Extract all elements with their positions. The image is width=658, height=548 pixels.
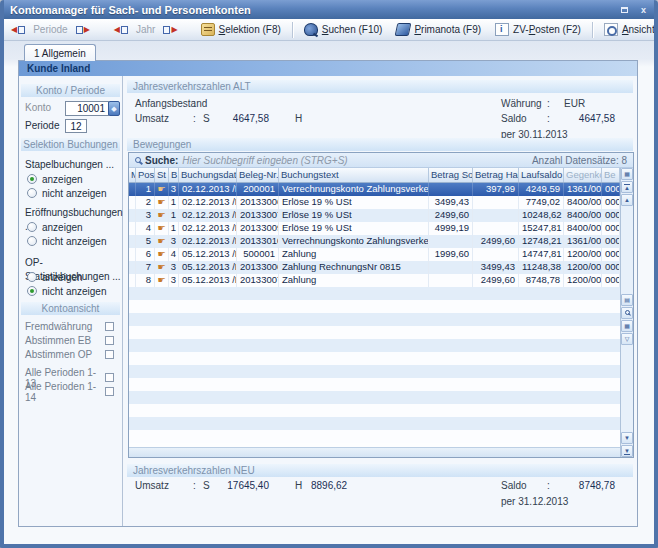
colon: :	[193, 98, 196, 109]
colon: :	[193, 113, 196, 124]
toolbar-button-ansicht[interactable]: Ansicht	[598, 20, 658, 39]
filter-icon[interactable]: ▽	[621, 333, 633, 345]
column-header-buchungsdatum[interactable]: Buchungsdatum	[179, 168, 237, 182]
empty-row	[129, 339, 620, 352]
toolbar-button-selektion[interactable]: Selektion (F8)	[195, 20, 287, 39]
toolbar-separator	[592, 22, 593, 38]
scroll-down-button[interactable]: ▼	[621, 432, 633, 444]
cell-laufsaldo: 11248,38	[519, 261, 564, 274]
table-row[interactable]: 5☛302.12.2013 /Mo20133010Verrechnungskon…	[129, 235, 620, 248]
cell-pos: 6	[136, 248, 155, 261]
cell-buchungsdatum: 02.12.2013 /Mo	[179, 235, 237, 248]
group-label: Eröffnungsbuchungen ...	[19, 206, 122, 220]
radio-nicht-anzeigen[interactable]: nicht anzeigen	[19, 234, 122, 248]
table-row[interactable]: 3☛102.12.2013 /Mo20133007Erlöse 19 % USt…	[129, 209, 620, 222]
konto-input[interactable]: 10001	[65, 101, 109, 116]
cell-buchungstext: Verrechnungskonto Zahlungsverkehr	[279, 235, 429, 248]
search-input[interactable]: Hier Suchbegriff eingeben (STRG+S)	[182, 155, 528, 166]
app-window: Kontomanager für Sach- und Personenkonte…	[0, 0, 658, 548]
zv-posten-icon	[495, 23, 509, 36]
colon: :	[193, 480, 196, 491]
maximize-icon[interactable]	[618, 4, 631, 16]
jahr-prev-button[interactable]: ◀	[111, 24, 131, 36]
cell-buchungstext: Zahlung	[279, 248, 429, 261]
radio-nicht-anzeigen[interactable]: nicht anzeigen	[19, 186, 122, 200]
cell-laufsaldo: 8748,78	[519, 274, 564, 287]
column-header-st[interactable]: St	[155, 168, 169, 182]
table-row[interactable]: 8☛305.12.2013 /Do20133007Zahlung2499,608…	[129, 274, 620, 287]
umsatz-soll-value: 17645,40	[211, 480, 269, 491]
table-row[interactable]: 6☛405.12.2013 /Do500001Zahlung1999,60147…	[129, 248, 620, 261]
empty-row	[129, 417, 620, 430]
checkbox-alle-perioden-1-14[interactable]: Alle Perioden 1-14	[19, 385, 122, 398]
checkbox-fremdwaehrung[interactable]: Fremdwährung	[19, 320, 122, 333]
scroll-to-bottom-button[interactable]: ▼	[621, 445, 633, 457]
scroll-up-button[interactable]: ▲	[621, 194, 633, 206]
hand-icon: ☛	[157, 210, 165, 220]
cell-buchungstext: Erlöse 19 % USt	[279, 196, 429, 209]
bewegungen-grid: Suche: Hier Suchbegriff eingeben (STRG+S…	[128, 152, 634, 458]
radio-anzeigen[interactable]: anzeigen	[19, 220, 122, 234]
column-header-b[interactable]: B	[169, 168, 179, 182]
checkbox-abstimmen-op[interactable]: Abstimmen OP	[19, 348, 122, 361]
cell-beleg-nr: 20133007	[237, 209, 279, 222]
radio-nicht-anzeigen[interactable]: nicht anzeigen	[19, 284, 122, 298]
vertical-scrollbar[interactable]: ▦ ▲ ▲ ▤ ▦ ▽ ▼ ▼	[620, 168, 633, 457]
workspace: 1 Allgemein Kunde Inland Konto / Periode…	[4, 41, 654, 544]
section-header-konto-periode: Konto / Periode	[21, 84, 120, 97]
empty-row	[129, 391, 620, 404]
checkbox-abstimmen-eb[interactable]: Abstimmen EB	[19, 334, 122, 347]
periode-prev-button[interactable]: ◀	[8, 24, 28, 36]
column-header-buchungstext[interactable]: Buchungstext	[279, 168, 429, 182]
soll-indicator: S	[203, 113, 210, 124]
column-header-gegenkonto[interactable]: Gegenkonto	[564, 168, 602, 182]
column-header-pos[interactable]: Pos.▼	[136, 168, 155, 182]
column-header-betrag-soll[interactable]: Betrag Soll	[429, 168, 473, 182]
cell-betrag-soll	[429, 183, 473, 196]
table-row[interactable]: 7☛305.12.2013 /Do20133006Zahlung Rechnun…	[129, 261, 620, 274]
zoom-icon[interactable]	[621, 307, 633, 319]
umsatz-label: Umsatz	[135, 480, 169, 491]
column-header-m[interactable]: M	[129, 168, 136, 182]
column-header-laufsaldo[interactable]: Laufsaldo	[519, 168, 564, 182]
cell-buchungstext: Erlöse 19 % USt	[279, 222, 429, 235]
hand-icon: ☛	[157, 184, 165, 194]
cell-buchungstext: Verrechnungskonto Zahlungsverkehr	[279, 183, 429, 196]
saldo-value: 4647,58	[547, 113, 615, 124]
scroll-to-top-button[interactable]: ▲	[621, 181, 633, 193]
toolbar-button-primanota[interactable]: Primanota (F9)	[390, 20, 487, 39]
grid-view-icon[interactable]: ▤	[621, 294, 633, 306]
haben-indicator: H	[295, 480, 302, 491]
toolbar-separator	[292, 22, 293, 38]
cell-buchungstext: Zahlung RechnungsNr 0815	[279, 261, 429, 274]
cell-m	[129, 261, 136, 274]
column-header-be[interactable]: Be	[602, 168, 620, 182]
radio-icon	[27, 236, 37, 246]
radio-icon	[27, 174, 37, 184]
table-row[interactable]: 4☛102.12.2013 /Mo20133009Erlöse 19 % USt…	[129, 222, 620, 235]
jahr-next-button[interactable]: ▶	[160, 24, 180, 36]
radio-group-stapelbuchungen: Stapelbuchungen ... anzeigen nicht anzei…	[19, 158, 122, 200]
cell-st: ☛	[155, 196, 169, 209]
toolbar-button-label: Primanota (F9)	[414, 24, 481, 35]
toolbar-button-zv-posten[interactable]: ZV-Posten (F2)	[489, 20, 587, 39]
column-header-betrag-haben[interactable]: Betrag Haben	[473, 168, 519, 182]
close-icon[interactable]: x	[637, 4, 650, 16]
cell-laufsaldo: 10248,62	[519, 209, 564, 222]
grid-cells-icon[interactable]: ▦	[621, 320, 633, 332]
tab-allgemein[interactable]: 1 Allgemein	[24, 44, 96, 61]
grid-search-bar[interactable]: Suche: Hier Suchbegriff eingeben (STRG+S…	[129, 153, 633, 168]
column-chooser-icon[interactable]: ▦	[621, 168, 633, 180]
cell-betrag-haben	[473, 222, 519, 235]
table-row[interactable]: 2☛102.12.2013 /Mo20133006Erlöse 19 % USt…	[129, 196, 620, 209]
periode-input[interactable]: 12	[65, 119, 87, 133]
table-row[interactable]: 1☛302.12.2013 /Mo200001Verrechnungskonto…	[129, 183, 620, 196]
column-header-beleg-nr[interactable]: Beleg-Nr.	[237, 168, 279, 182]
empty-row	[129, 378, 620, 391]
toolbar-button-suchen[interactable]: Suchen (F10)	[298, 20, 389, 39]
checkbox-icon	[105, 373, 114, 382]
horizontal-scrollbar[interactable]	[129, 447, 620, 457]
radio-anzeigen[interactable]: anzeigen	[19, 172, 122, 186]
konto-lookup-button[interactable]: ◆	[108, 101, 120, 116]
periode-next-button[interactable]: ▶	[73, 24, 93, 36]
